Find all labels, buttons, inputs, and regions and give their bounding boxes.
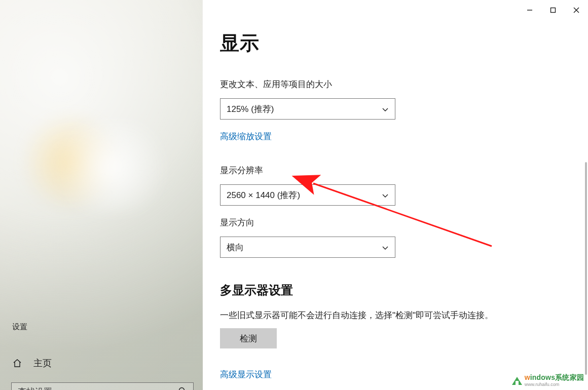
search-icon (178, 386, 187, 390)
sidebar: 设置 主页 系统 显示 (0, 0, 203, 390)
svg-rect-1 (551, 8, 556, 13)
resolution-value: 2560 × 1440 (推荐) (227, 189, 300, 201)
minimize-button[interactable] (518, 2, 541, 18)
sidebar-home[interactable]: 主页 (0, 332, 202, 369)
chevron-down-icon (382, 244, 389, 251)
scrollbar[interactable] (585, 162, 587, 375)
titlebar (203, 0, 588, 20)
search-box[interactable] (11, 382, 194, 390)
close-button[interactable] (565, 2, 588, 18)
watermark: windows系统家园 www.ruhaifu.com (511, 373, 584, 387)
detect-button[interactable]: 检测 (220, 328, 277, 348)
multi-monitor-header: 多显示器设置 (220, 282, 588, 298)
scale-label: 更改文本、应用等项目的大小 (220, 79, 588, 90)
page-title: 显示 (220, 30, 588, 56)
resolution-dropdown[interactable]: 2560 × 1440 (推荐) (220, 184, 395, 206)
svg-point-4 (179, 388, 185, 391)
main-content: 显示 更改文本、应用等项目的大小 125% (推荐) 高级缩放设置 显示分辨率 … (203, 0, 588, 390)
search-input[interactable] (18, 387, 170, 390)
home-label: 主页 (33, 357, 52, 369)
watermark-url: www.ruhaifu.com (525, 382, 560, 387)
watermark-logo-icon (511, 375, 523, 385)
scale-value: 125% (推荐) (227, 103, 274, 115)
orientation-value: 横向 (227, 242, 244, 253)
chevron-down-icon (382, 105, 389, 112)
home-icon (12, 358, 22, 368)
chevron-down-icon (382, 191, 389, 199)
svg-rect-25 (516, 381, 519, 385)
watermark-brand: windows系统家园 (525, 373, 584, 382)
orientation-dropdown[interactable]: 横向 (220, 237, 395, 258)
resolution-label: 显示分辨率 (220, 165, 588, 176)
advanced-scaling-link[interactable]: 高级缩放设置 (220, 131, 272, 142)
maximize-button[interactable] (541, 2, 565, 18)
scale-dropdown[interactable]: 125% (推荐) (220, 98, 395, 120)
multi-monitor-desc: 一些旧式显示器可能不会进行自动连接，选择"检测"即可尝试手动连接。 (220, 309, 588, 321)
orientation-label: 显示方向 (220, 217, 588, 228)
advanced-display-link[interactable]: 高级显示设置 (220, 369, 272, 380)
app-title: 设置 (0, 314, 202, 332)
settings-window: 设置 主页 系统 显示 (0, 0, 588, 390)
